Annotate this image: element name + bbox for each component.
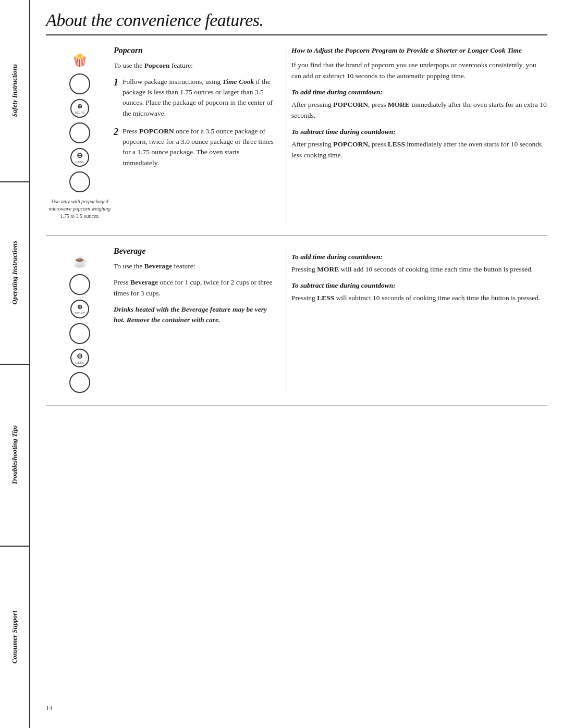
sidebar-section-safety: Safety Instructions [0, 0, 29, 182]
beverage-warning: Drinks heated with the Beverage feature … [114, 304, 275, 326]
main-content: About the convenience features. 🍿 ⊕ MORE [30, 0, 563, 728]
popcorn-icon-caption: Use only with prepackaged microwave popc… [46, 198, 114, 220]
beverage-icon-col: ☕ ⊕ MORE ⊖ LESS [46, 246, 114, 394]
popcorn-button-1 [69, 73, 90, 94]
popcorn-add-time-text: After pressing POPCORN, press MORE immed… [291, 100, 547, 121]
sidebar-label-consumer: Consumer Support [10, 611, 19, 664]
cup-steam-icon: ☕ [70, 252, 89, 270]
popcorn-text-left: Popcorn To use the Popcorn feature: 1 Fo… [114, 46, 286, 225]
sidebar: Safety Instructions Operating Instructio… [0, 0, 30, 728]
sidebar-section-troubleshooting: Troubleshooting Tips [0, 365, 29, 547]
step-num-1: 1 [114, 76, 118, 119]
svg-text:🍿: 🍿 [72, 53, 88, 68]
page-title: About the convenience features. [46, 0, 547, 34]
sidebar-section-operating: Operating Instructions [0, 182, 29, 365]
less-button-popcorn: ⊖ LESS [70, 148, 89, 167]
beverage-usage: Press Beverage once for 1 cup, twice for… [114, 277, 275, 299]
beverage-button-2 [69, 323, 90, 344]
top-divider [46, 34, 547, 35]
beverage-section-title: Beverage [114, 246, 275, 256]
popcorn-section: 🍿 ⊕ MORE ⊖ LESS [46, 46, 547, 236]
popcorn-right-intro: If you find that the brand of popcorn yo… [291, 60, 547, 82]
popcorn-icons: 🍿 ⊕ MORE ⊖ LESS [69, 51, 90, 194]
popcorn-add-time-title: To add time during countdown: [291, 88, 547, 96]
more-button-popcorn: ⊕ MORE [70, 99, 89, 118]
beverage-subtract-time-title: To subtract time during countdown: [291, 281, 547, 290]
less-button-beverage: ⊖ LESS [70, 349, 89, 367]
popcorn-section-title: Popcorn [114, 46, 275, 55]
beverage-subtract-time-text: Pressing LESS will subtract 10 seconds o… [291, 293, 547, 304]
beverage-add-time-text: Pressing MORE will add 10 seconds of coo… [291, 264, 547, 275]
beverage-text-right: To add time during countdown: Pressing M… [286, 246, 547, 394]
page-number: 14 [46, 704, 53, 712]
beverage-section: ☕ ⊕ MORE ⊖ LESS [46, 246, 547, 405]
sidebar-label-troubleshooting: Troubleshooting Tips [10, 425, 19, 485]
popcorn-step-2: 2 Press POPCORN once for a 3.5 ounce pac… [114, 126, 275, 168]
popcorn-intro: To use the Popcorn feature: [114, 60, 275, 71]
beverage-icons: ☕ ⊕ MORE ⊖ LESS [69, 252, 90, 394]
beverage-text-left: Beverage To use the Beverage feature: Pr… [114, 246, 286, 394]
beverage-add-time-title: To add time during countdown: [291, 253, 547, 261]
more-button-beverage: ⊕ MORE [70, 300, 89, 318]
popcorn-step-1: 1 Follow package instructions, using Tim… [114, 77, 275, 119]
step-num-2: 2 [114, 125, 118, 168]
popcorn-button-3 [69, 171, 90, 192]
beverage-intro: To use the Beverage feature: [114, 261, 275, 272]
sidebar-section-consumer: Consumer Support [0, 547, 29, 728]
popcorn-bag-icon: 🍿 [70, 51, 89, 70]
popcorn-steps: 1 Follow package instructions, using Tim… [114, 77, 275, 168]
beverage-button-1 [69, 274, 90, 295]
popcorn-step-1-text: Follow package instructions, using Time … [123, 77, 275, 119]
sidebar-label-operating: Operating Instructions [10, 241, 19, 304]
popcorn-button-2 [69, 122, 90, 143]
popcorn-subtract-time-text: After pressing POPCORN, press LESS immed… [291, 139, 547, 161]
popcorn-text-right: How to Adjust the Popcorn Program to Pro… [286, 46, 547, 225]
popcorn-icon-col: 🍿 ⊕ MORE ⊖ LESS [46, 46, 114, 225]
popcorn-right-header: How to Adjust the Popcorn Program to Pro… [291, 46, 547, 56]
sidebar-label-safety: Safety Instructions [10, 64, 19, 117]
beverage-button-3 [69, 372, 90, 393]
svg-text:☕: ☕ [73, 254, 88, 268]
popcorn-subtract-time-title: To subtract time during countdown: [291, 128, 547, 136]
popcorn-step-2-text: Press POPCORN once for a 3.5 ounce packa… [123, 126, 275, 168]
